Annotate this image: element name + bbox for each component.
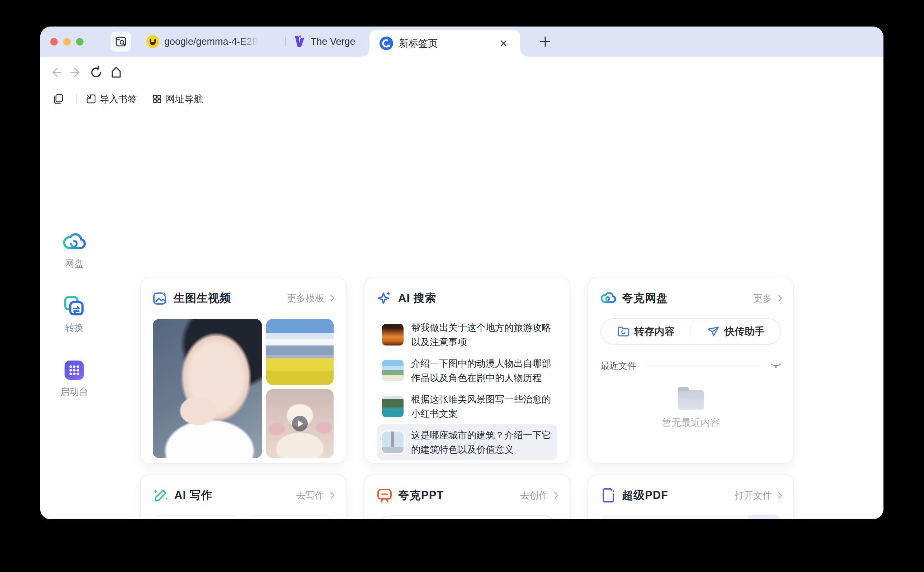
generated-landscape-image[interactable]: [266, 319, 333, 385]
tab-search-button[interactable]: [111, 31, 131, 51]
site-navigation-label: 网址导航: [166, 93, 203, 106]
reload-icon: [89, 65, 103, 79]
new-tab-page: 网盘 转换: [40, 110, 883, 519]
netdisk-actions: 转存内容 快传助手: [600, 318, 781, 345]
reload-button[interactable]: [86, 62, 106, 82]
recent-files-row: 最近文件: [600, 360, 781, 371]
sidebar-item-convert[interactable]: 转换: [55, 295, 94, 334]
card-title: 生图生视频: [174, 291, 231, 306]
forward-button[interactable]: [66, 62, 86, 82]
sidebar-item-label: 转换: [65, 322, 84, 334]
tab-gemma[interactable]: google/gemma-4-E2B: [146, 26, 315, 57]
go-create-link[interactable]: 去创作: [520, 489, 558, 502]
suggestion-thumbnail-tower: [381, 431, 405, 454]
ai-writing-pen-icon: [153, 487, 168, 503]
cloud-drive-icon: [62, 232, 86, 253]
sidebar-item-netdisk[interactable]: 网盘: [55, 232, 94, 270]
import-icon: [86, 94, 96, 104]
quick-transfer-label: 快传助手: [725, 325, 765, 338]
card-title: AI 写作: [175, 488, 213, 503]
save-content-label: 转存内容: [634, 325, 675, 338]
ai-search-suggestion-highlighted[interactable]: 这是哪座城市的建筑？介绍一下它的建筑特色以及价值意义: [377, 424, 558, 460]
card-image-gen: 生图生视频 更多模板: [140, 277, 346, 464]
paper-plane-icon: [707, 326, 720, 337]
super-pdf-icon: [600, 487, 616, 503]
action-label: 打开文件: [735, 489, 772, 502]
generated-video-thumbnail[interactable]: [266, 389, 333, 458]
tab-title: The Verge: [311, 36, 355, 47]
card-ai-search: AI 搜索 帮我做出关于这个地方的旅游攻略以及注意事项 介绍一下图中的动漫人物出…: [364, 277, 570, 464]
netdisk-more-link[interactable]: 更多: [753, 292, 781, 305]
plus-icon: [539, 35, 552, 48]
card-ai-writing: AI 写作 去写作 写几条给朋友的结婚祝福语 祝福语: [140, 474, 346, 519]
suggestion-thumbnail-night-building: [381, 323, 405, 347]
forward-arrow-icon: [70, 66, 83, 79]
go-writing-link[interactable]: 去写作: [296, 489, 333, 502]
pdf-sample-edit[interactable]: 示例 PDF 随心编辑，完整还原 格式、字体、颜色自动还原，完美编辑扫描件 欢迎…: [600, 514, 781, 519]
more-templates-link[interactable]: 更多模板: [287, 292, 333, 305]
folder-save-icon: [617, 326, 630, 337]
tab-title: 新标签页: [399, 37, 491, 50]
home-button[interactable]: [106, 62, 126, 82]
suggestion-text: 根据这张唯美风景图写一些治愈的小红书文案: [411, 392, 553, 421]
ai-search-sparkle-icon: [377, 290, 393, 306]
tab-bar: google/gemma-4-E2B The Verge 新标签页 ✕: [40, 26, 883, 57]
navigation-toolbar: [40, 57, 883, 88]
verge-favicon-icon: [293, 35, 305, 48]
suggestion-thumbnail-anime: [381, 359, 405, 382]
action-label: 更多: [753, 292, 772, 305]
ai-search-suggestion[interactable]: 介绍一下图中的动漫人物出自哪部作品以及角色在剧中的人物历程: [377, 353, 558, 389]
sidebar-item-label: 网盘: [65, 257, 84, 270]
card-title: AI 搜索: [398, 291, 436, 306]
open-file-link[interactable]: 打开文件: [735, 489, 781, 502]
sidebar-item-label: 启动台: [60, 385, 88, 398]
play-icon: [292, 416, 308, 432]
all-bookmarks-button[interactable]: [48, 89, 68, 109]
launchpad-icon: [63, 359, 86, 381]
window-controls[interactable]: [50, 38, 84, 45]
desktop-background: google/gemma-4-E2B The Verge 新标签页 ✕: [0, 0, 924, 572]
home-icon: [109, 65, 123, 79]
save-content-button[interactable]: 转存内容: [601, 325, 690, 338]
divider-line: [644, 365, 763, 366]
back-button[interactable]: [46, 62, 66, 82]
sample-badge: 示例: [748, 514, 781, 519]
zoom-window-button[interactable]: [76, 38, 84, 45]
sidebar-item-launchpad[interactable]: 启动台: [55, 359, 94, 398]
recent-files-label: 最近文件: [600, 360, 636, 371]
eye-hidden-icon[interactable]: [770, 362, 781, 370]
ai-search-suggestion[interactable]: 根据这张唯美风景图写一些治愈的小红书文案: [377, 389, 558, 424]
ppt-icon: [377, 487, 393, 503]
ai-search-suggestion[interactable]: 帮我做出关于这个地方的旅游攻略以及注意事项: [377, 317, 558, 353]
chevron-right-icon: [775, 492, 782, 499]
ppt-actions: 新建 PPT 模板库: [377, 515, 558, 519]
chevron-right-icon: [327, 295, 335, 302]
close-tab-icon[interactable]: ✕: [497, 37, 510, 50]
card-title: 夸克网盘: [622, 291, 668, 306]
quark-favicon-icon: [380, 37, 393, 50]
writing-prompt-card[interactable]: 帮我写一份职业生涯规划书，1500字 职业规划: [247, 515, 333, 519]
suggestion-thumbnail-lake: [381, 395, 405, 418]
site-navigation-button[interactable]: 网址导航: [152, 93, 203, 106]
import-bookmarks-button[interactable]: 导入书签: [86, 93, 137, 106]
bookmarks-divider: [76, 93, 77, 104]
card-title: 超级PDF: [622, 488, 668, 503]
new-tab-button[interactable]: [537, 34, 553, 50]
action-label: 更多模板: [287, 292, 324, 305]
tab-divider: [285, 37, 286, 47]
close-window-button[interactable]: [50, 38, 58, 45]
chevron-right-icon: [327, 492, 335, 499]
quick-transfer-button[interactable]: 快传助手: [691, 325, 781, 338]
tab-the-verge[interactable]: The Verge: [293, 26, 369, 57]
writing-prompt-card[interactable]: 写几条给朋友的结婚祝福语 祝福语: [153, 515, 239, 519]
card-title: 夸克PPT: [398, 488, 444, 503]
action-label: 去创作: [520, 489, 548, 502]
suggestion-text: 介绍一下图中的动漫人物出自哪部作品以及角色在剧中的人物历程: [411, 356, 553, 385]
minimize-window-button[interactable]: [63, 38, 71, 45]
chevron-right-icon: [551, 492, 558, 499]
suggestion-text: 帮我做出关于这个地方的旅游攻略以及注意事项: [411, 320, 553, 349]
tab-new-tab-active[interactable]: 新标签页 ✕: [369, 30, 520, 57]
browser-window: google/gemma-4-E2B The Verge 新标签页 ✕: [40, 26, 883, 519]
import-bookmarks-label: 导入书签: [100, 93, 137, 106]
generated-portrait-image[interactable]: [153, 319, 262, 458]
